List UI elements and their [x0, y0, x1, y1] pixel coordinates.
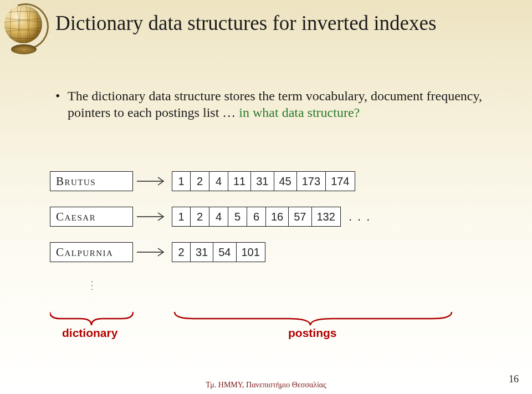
slide-title: Dictionary data structures for inverted …	[55, 11, 515, 35]
index-row: Caesar 124561657132. . .	[50, 204, 493, 229]
posting-cell: 1	[172, 171, 191, 191]
postings-list: 124561657132	[172, 207, 341, 227]
postings-list: 124113145173174	[172, 171, 355, 191]
posting-cell: 11	[228, 171, 251, 191]
term-box: Brutus	[50, 171, 133, 191]
posting-cell: 2	[191, 207, 209, 227]
globe-decoration	[1, 1, 50, 55]
posting-cell: 173	[297, 171, 326, 191]
term-box: Caesar	[50, 207, 133, 227]
brace-label-dictionary: dictionary	[62, 326, 117, 340]
index-row: Brutus 124113145173174	[50, 169, 493, 193]
posting-cell: 101	[237, 242, 265, 262]
footer-text: Τμ. ΗΜΜΥ, Πανεπιστήμιο Θεσσαλίας	[0, 381, 532, 390]
posting-cell: 1	[172, 207, 191, 227]
posting-cell: 54	[213, 242, 236, 262]
posting-cell: 2	[172, 242, 191, 262]
index-row: Calpurnia 23154101	[50, 240, 493, 264]
posting-cell: 132	[312, 207, 341, 227]
posting-cell: 57	[289, 207, 311, 227]
inverted-index-diagram: Brutus 124113145173174Caesar 12456165713…	[50, 169, 493, 275]
page-number: 16	[509, 373, 519, 385]
braces: dictionary postings	[50, 306, 493, 340]
bullet-question: in what data structure?	[239, 105, 360, 120]
arrow-icon	[133, 176, 172, 187]
posting-cell: 4	[209, 171, 228, 191]
posting-cell: 6	[247, 207, 266, 227]
brace-label-postings: postings	[288, 326, 337, 340]
arrow-icon	[133, 247, 172, 258]
posting-cell: 2	[191, 171, 209, 191]
postings-list: 23154101	[172, 242, 265, 262]
posting-cell: 31	[251, 171, 274, 191]
vertical-dots: •••	[91, 280, 93, 291]
posting-cell: 5	[228, 207, 247, 227]
ellipsis: . . .	[349, 209, 371, 224]
posting-cell: 4	[209, 207, 228, 227]
posting-cell: 174	[326, 171, 355, 191]
posting-cell: 31	[191, 242, 213, 262]
term-box: Calpurnia	[50, 242, 133, 262]
bullet-text: •The dictionary data structure stores th…	[55, 88, 499, 121]
posting-cell: 16	[266, 207, 289, 227]
arrow-icon	[133, 211, 172, 222]
posting-cell: 45	[274, 171, 297, 191]
